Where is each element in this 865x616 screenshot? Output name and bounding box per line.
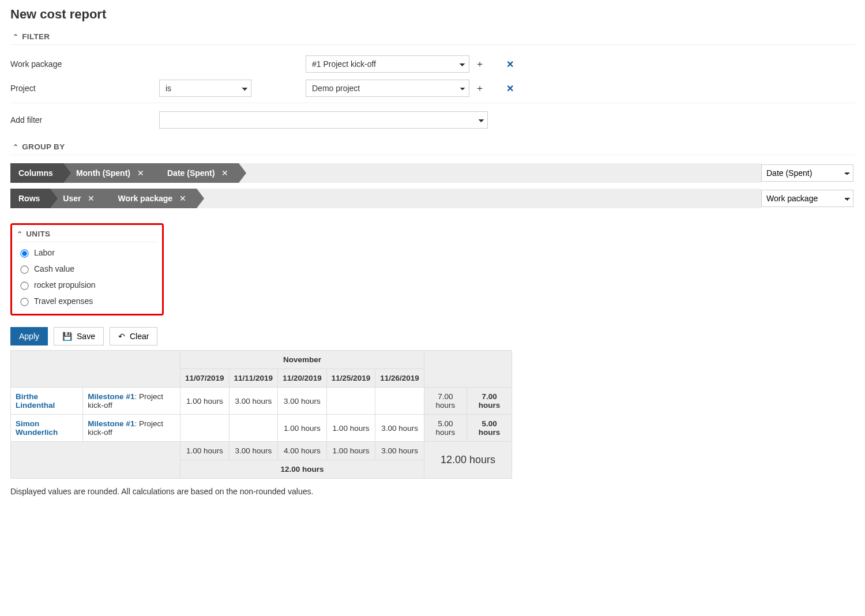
groupby-chip[interactable]: User ✕ (50, 189, 105, 208)
add-filter-row: Add filter (10, 103, 855, 132)
hours-cell (375, 388, 424, 415)
filter-operator-select[interactable]: is (159, 80, 251, 97)
close-icon[interactable]: ✕ (179, 194, 186, 203)
close-icon[interactable]: ✕ (137, 168, 144, 178)
col-total: 3.00 hours (375, 442, 424, 460)
groupby-section-label: Group by (22, 142, 65, 151)
hours-cell: 3.00 hours (278, 388, 327, 415)
user-link[interactable]: Birthe Lindenthal (16, 392, 55, 410)
row-total: 5.00 hours (467, 415, 512, 442)
unit-option[interactable]: rocket propulsion (17, 275, 157, 291)
unit-option[interactable]: Travel expenses (17, 291, 157, 307)
table-row: Birthe Lindenthal Milestone #1: Project … (11, 388, 512, 415)
groupby-section-toggle[interactable]: ⌃ Group by (10, 138, 855, 155)
chevron-up-icon: ⌃ (13, 33, 18, 41)
groupby-rows-row: Rows User ✕ Work package ✕ Work package (10, 189, 855, 208)
hours-cell: 1.00 hours (278, 415, 327, 442)
unit-label: Labor (34, 248, 55, 257)
hours-cell (326, 388, 375, 415)
filter-label: Work package (10, 59, 159, 69)
unit-radio[interactable] (20, 281, 28, 290)
month-header: November (180, 351, 424, 369)
unit-option[interactable]: Cash value (17, 258, 157, 275)
unit-label: Travel expenses (34, 296, 93, 306)
unit-option[interactable]: Labor (17, 242, 157, 258)
table-corner (424, 351, 512, 388)
unit-radio[interactable] (20, 265, 28, 273)
wp-cell: Milestone #1: Project kick-off (83, 415, 180, 442)
groupby-chip-label: Date (Spent) (167, 168, 215, 178)
groupby-chip[interactable]: Month (Spent) ✕ (63, 163, 155, 183)
date-header: 11/25/2019 (326, 369, 375, 388)
clear-button-label: Clear (130, 332, 149, 341)
footnote: Displayed values are rounded. All calcul… (10, 487, 855, 496)
groupby-chip-label: Month (Spent) (76, 168, 130, 178)
date-header: 11/11/2019 (229, 369, 278, 388)
groupby-chip-label: Work package (118, 194, 172, 203)
hours-cell (180, 415, 229, 442)
unit-radio[interactable] (20, 249, 28, 257)
close-icon[interactable]: ✕ (502, 80, 518, 96)
groupby-columns-select[interactable]: Date (Spent) (761, 164, 853, 182)
groupby-columns-head: Columns (10, 163, 63, 183)
col-total: 1.00 hours (180, 442, 229, 460)
close-icon[interactable]: ✕ (502, 56, 518, 72)
groupby-columns-label: Columns (18, 168, 53, 178)
workpackage-link[interactable]: Milestone #1 (88, 392, 134, 401)
apply-button[interactable]: Apply (10, 327, 48, 345)
groupby-chip[interactable]: Date (Spent) ✕ (155, 163, 239, 183)
date-header: 11/26/2019 (375, 369, 424, 388)
add-filter-select[interactable] (159, 111, 488, 129)
date-header: 11/07/2019 (180, 369, 229, 388)
filter-section-toggle[interactable]: ⌃ Filter (10, 28, 855, 45)
page-title: New cost report (10, 7, 855, 22)
chevron-up-icon: ⌃ (13, 143, 18, 151)
unit-label: Cash value (34, 264, 74, 273)
action-buttons: Apply 💾 Save ↶ Clear (10, 327, 855, 345)
row-subtotal: 5.00 hours (424, 415, 467, 442)
user-cell: Birthe Lindenthal (11, 388, 83, 415)
close-icon[interactable]: ✕ (221, 168, 228, 178)
close-icon[interactable]: ✕ (88, 194, 95, 203)
hours-cell: 3.00 hours (229, 388, 278, 415)
units-section-toggle[interactable]: ⌃ Units (17, 225, 157, 242)
units-section-label: Units (26, 230, 50, 238)
table-corner (11, 351, 180, 388)
workpackage-link[interactable]: Milestone #1 (88, 419, 134, 428)
save-icon: 💾 (62, 332, 72, 341)
groupby-panel: Columns Month (Spent) ✕ Date (Spent) ✕ D… (10, 155, 855, 208)
clear-button[interactable]: ↶ Clear (110, 327, 157, 345)
groupby-chip-label: User (63, 194, 81, 203)
undo-icon: ↶ (118, 332, 125, 341)
hours-cell (229, 415, 278, 442)
groupby-rows-head: Rows (10, 189, 50, 208)
month-total: 12.00 hours (180, 460, 424, 479)
save-button[interactable]: 💾 Save (54, 327, 104, 345)
user-cell: Simon Wunderlich (11, 415, 83, 442)
hours-cell: 1.00 hours (326, 415, 375, 442)
chevron-up-icon: ⌃ (17, 230, 22, 238)
save-button-label: Save (77, 332, 95, 341)
filter-section-label: Filter (22, 32, 50, 41)
report-table: November 11/07/2019 11/11/2019 11/20/201… (10, 350, 512, 479)
table-row: Simon Wunderlich Milestone #1: Project k… (11, 415, 512, 442)
filter-value-select[interactable]: #1 Project kick-off (306, 55, 469, 73)
hours-cell: 3.00 hours (375, 415, 424, 442)
filter-value-select[interactable]: Demo project (306, 80, 469, 97)
groupby-columns-row: Columns Month (Spent) ✕ Date (Spent) ✕ D… (10, 163, 855, 183)
date-header: 11/20/2019 (278, 369, 327, 388)
user-link[interactable]: Simon Wunderlich (16, 419, 58, 437)
wp-cell: Milestone #1: Project kick-off (83, 388, 180, 415)
unit-label: rocket propulsion (34, 280, 96, 290)
filter-panel: Work package #1 Project kick-off ＋ ✕ Pro… (10, 45, 855, 103)
grand-total: 12.00 hours (424, 442, 512, 479)
groupby-rows-select[interactable]: Work package (761, 190, 853, 207)
groupby-rows-label: Rows (18, 194, 40, 203)
plus-icon[interactable]: ＋ (472, 80, 488, 96)
col-total: 1.00 hours (326, 442, 375, 460)
plus-icon[interactable]: ＋ (472, 56, 488, 72)
unit-radio[interactable] (20, 298, 28, 306)
row-total: 7.00 hours (467, 388, 512, 415)
groupby-chip[interactable]: Work package ✕ (105, 189, 197, 208)
add-filter-label: Add filter (10, 115, 159, 125)
